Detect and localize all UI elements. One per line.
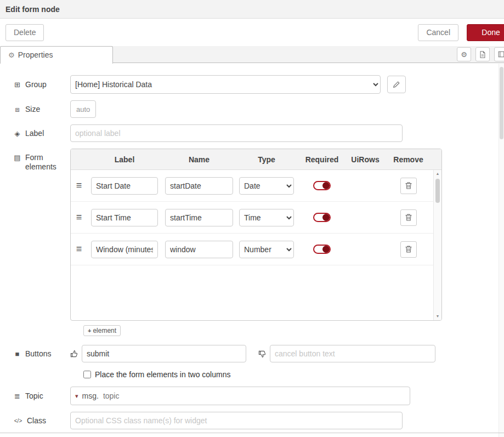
- element-type-select[interactable]: Date: [239, 177, 294, 195]
- form-elements-table: Label Name Type Required UiRows Remove ≡…: [70, 149, 442, 321]
- element-name-input[interactable]: [165, 241, 233, 258]
- form-elements-row: ▤ Form elements Label Name Type Required…: [13, 149, 504, 321]
- element-name-input[interactable]: [165, 177, 233, 195]
- element-label-input[interactable]: [91, 177, 158, 195]
- drag-handle-icon[interactable]: ≡: [71, 212, 87, 223]
- tab-toolbar: ⚙: [457, 47, 504, 61]
- column-uirows: UiRows: [347, 155, 383, 164]
- list-icon: ▤: [13, 153, 21, 162]
- trash-icon: [405, 245, 412, 253]
- class-input[interactable]: [70, 412, 403, 429]
- element-label-input[interactable]: [91, 209, 158, 226]
- edit-form-node-dialog: Edit form node Delete Cancel Done ⚙Prope…: [0, 0, 504, 437]
- table-row: ≡ Time: [71, 202, 433, 234]
- window-scrollbar-thumb[interactable]: [500, 67, 503, 139]
- scroll-up-icon[interactable]: ▲: [434, 170, 441, 178]
- topic-typed-input[interactable]: ▾ msg. topic: [70, 387, 410, 405]
- element-name-input[interactable]: [165, 209, 233, 226]
- required-toggle[interactable]: [313, 245, 331, 254]
- table-header: Label Name Type Required UiRows Remove: [71, 149, 441, 170]
- element-type-select[interactable]: Number: [239, 241, 294, 258]
- object-group-icon: ⧈: [13, 105, 21, 114]
- done-button[interactable]: Done: [467, 24, 504, 41]
- buttons-label: ■ Buttons: [13, 349, 70, 359]
- two-columns-label: Place the form elements in two columns: [95, 370, 230, 379]
- group-select[interactable]: [Home] Historical Data: [70, 75, 381, 94]
- group-label: ⊞ Group: [13, 80, 70, 89]
- class-row: </> Class: [13, 412, 504, 429]
- window-scrollbar[interactable]: [499, 64, 504, 437]
- square-icon: ■: [13, 349, 21, 359]
- remove-element-button[interactable]: [400, 209, 417, 226]
- help-button[interactable]: [494, 47, 504, 61]
- book-icon: [497, 50, 504, 58]
- size-auto-button[interactable]: auto: [70, 100, 96, 118]
- scroll-down-icon[interactable]: ▼: [434, 313, 441, 320]
- tab-bar: ⚙Properties ⚙: [0, 46, 504, 63]
- topic-value: topic: [103, 391, 120, 400]
- table-body: ≡ Date ≡ Time: [71, 170, 441, 320]
- buttons-row: ■ Buttons: [13, 345, 504, 362]
- submit-button-text-input[interactable]: [82, 345, 246, 362]
- docs-button[interactable]: [475, 47, 490, 61]
- column-required: Required: [297, 155, 347, 164]
- trash-icon: [405, 213, 412, 222]
- column-remove: Remove: [383, 155, 433, 164]
- cancel-button[interactable]: Cancel: [418, 24, 458, 41]
- required-toggle[interactable]: [313, 213, 331, 222]
- label-row: ◈ Label: [13, 124, 504, 142]
- label-label: ◈ Label: [13, 129, 70, 138]
- column-name: Name: [162, 155, 236, 164]
- size-row: ⧈ Size auto: [13, 100, 504, 118]
- cancel-button-text-input[interactable]: [270, 345, 435, 362]
- drag-handle-icon[interactable]: ≡: [71, 180, 87, 191]
- delete-button[interactable]: Delete: [5, 24, 44, 41]
- gear-icon: ⚙: [461, 50, 467, 59]
- two-columns-checkbox[interactable]: [83, 371, 91, 378]
- topic-row: ≣ Topic ▾ msg. topic: [13, 387, 504, 405]
- required-toggle[interactable]: [313, 181, 331, 190]
- group-row: ⊞ Group [Home] Historical Data: [13, 75, 504, 94]
- table-row: ≡ Number: [71, 234, 433, 265]
- column-type: Type: [236, 155, 297, 164]
- remove-element-button[interactable]: [400, 178, 417, 194]
- bottom-divider: [0, 433, 504, 433]
- table-scrollbar[interactable]: ▲ ▼: [433, 170, 441, 320]
- gear-icon: ⚙: [8, 51, 15, 59]
- properties-form: ⊞ Group [Home] Historical Data ⧈ Size au…: [0, 63, 504, 429]
- class-label: </> Class: [13, 416, 70, 425]
- tab-properties-label: Properties: [18, 50, 53, 59]
- two-columns-row: Place the form elements in two columns: [83, 370, 504, 379]
- dialog-button-row: Delete Cancel Done: [0, 19, 504, 46]
- thumbs-up-icon: [70, 350, 78, 358]
- table-scrollbar-thumb[interactable]: [435, 179, 440, 203]
- topic-label: ≣ Topic: [13, 391, 70, 401]
- settings-button[interactable]: ⚙: [457, 47, 471, 61]
- table-icon: ⊞: [13, 80, 21, 89]
- tasks-icon: ≣: [13, 391, 21, 401]
- form-elements-label: ▤ Form elements: [13, 149, 70, 172]
- thumbs-down-icon: [258, 350, 267, 358]
- caret-down-icon[interactable]: ▾: [75, 393, 78, 400]
- size-label: ⧈ Size: [13, 105, 70, 114]
- drag-handle-icon[interactable]: ≡: [71, 243, 87, 255]
- element-label-input[interactable]: [91, 241, 158, 258]
- remove-element-button[interactable]: [400, 241, 417, 258]
- plus-icon: +: [88, 327, 91, 334]
- document-icon: [479, 50, 486, 59]
- tag-icon: ◈: [13, 129, 21, 138]
- trash-icon: [405, 181, 412, 190]
- topic-type: msg.: [82, 391, 99, 400]
- element-type-select[interactable]: Time: [239, 209, 294, 226]
- add-element-button[interactable]: +element: [83, 325, 121, 336]
- edit-group-button[interactable]: [387, 76, 406, 93]
- dialog-title: Edit form node: [0, 0, 504, 19]
- label-input[interactable]: [70, 124, 403, 142]
- pencil-icon: [393, 81, 400, 88]
- table-row: ≡ Date: [71, 170, 433, 202]
- tab-properties[interactable]: ⚙Properties: [0, 46, 113, 64]
- code-icon: </>: [13, 416, 23, 425]
- column-label: Label: [87, 155, 162, 164]
